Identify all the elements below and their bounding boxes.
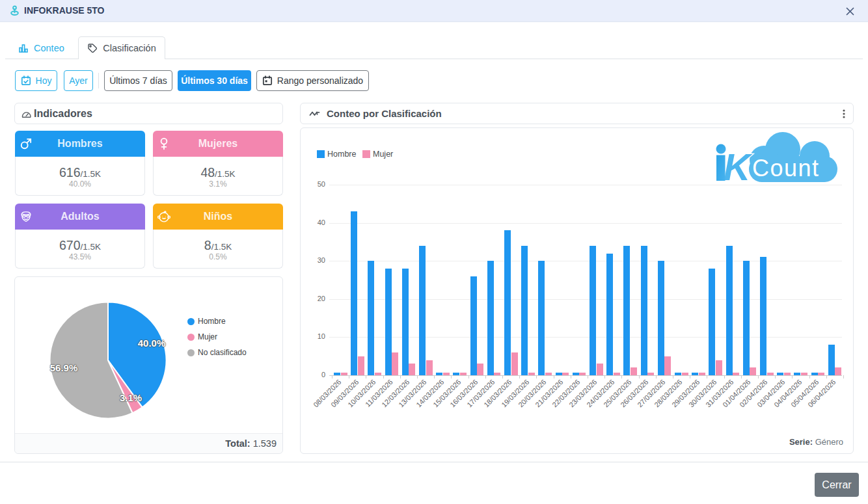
- svg-text:Count: Count: [752, 155, 820, 181]
- svg-text:K: K: [724, 146, 753, 185]
